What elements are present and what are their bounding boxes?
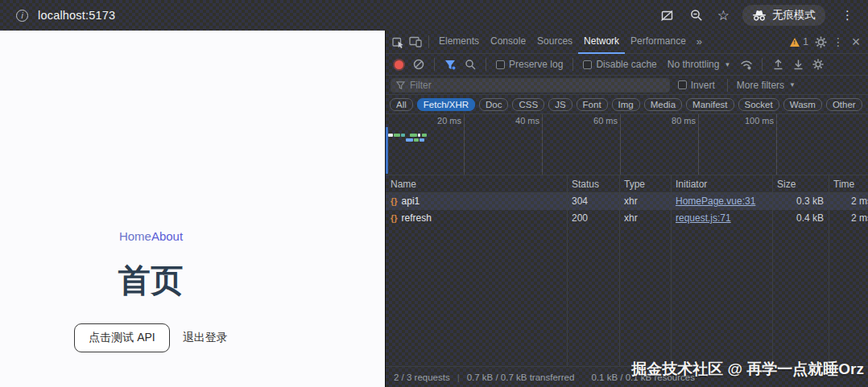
nav-link-home[interactable]: Home bbox=[119, 229, 151, 243]
waterfall-bar bbox=[406, 138, 413, 142]
table-row[interactable]: {} api1 304 xhr HomePage.vue:31 0.3 kB 2… bbox=[386, 193, 868, 210]
col-type[interactable]: Type bbox=[619, 175, 671, 192]
requests-count[interactable]: 2 / 3 requests bbox=[394, 373, 450, 382]
divider bbox=[434, 58, 435, 71]
settings-gear-icon[interactable] bbox=[812, 33, 829, 51]
chip-img[interactable]: Img bbox=[612, 98, 640, 111]
request-type-chips: All Fetch/XHR Doc CSS JS Font Img Media … bbox=[386, 95, 868, 114]
bookmark-star-icon[interactable]: ☆ bbox=[717, 9, 730, 23]
waterfall-bar bbox=[420, 138, 424, 142]
col-initiator[interactable]: Initiator bbox=[671, 175, 772, 192]
divider: | bbox=[457, 373, 460, 382]
app-nav: HomeAbout bbox=[0, 229, 302, 244]
devtools-panel: Elements Console Sources Network Perform… bbox=[385, 31, 868, 387]
chip-js[interactable]: JS bbox=[548, 98, 572, 111]
tab-elements[interactable]: Elements bbox=[433, 31, 485, 54]
record-network-log-icon[interactable] bbox=[395, 60, 403, 69]
col-status[interactable]: Status bbox=[567, 175, 619, 192]
timeline-tick: 100 ms bbox=[725, 116, 774, 126]
chip-css[interactable]: CSS bbox=[512, 98, 544, 111]
incognito-icon bbox=[752, 10, 767, 21]
test-api-button[interactable]: 点击测试 API bbox=[74, 323, 169, 352]
request-type: xhr bbox=[619, 210, 671, 227]
network-conditions-icon[interactable] bbox=[738, 56, 755, 73]
col-name[interactable]: Name bbox=[386, 175, 567, 192]
disable-cache-label: Disable cache bbox=[596, 59, 656, 70]
column-divider[interactable] bbox=[671, 175, 672, 366]
site-info-icon[interactable]: i bbox=[16, 10, 28, 22]
requests-table: Name Status Type Initiator Size Time {} … bbox=[386, 175, 868, 366]
disable-cache-checkbox[interactable]: Disable cache bbox=[580, 59, 659, 70]
devtools-tabbar: Elements Console Sources Network Perform… bbox=[386, 31, 868, 54]
chip-fetch-xhr[interactable]: Fetch/XHR bbox=[417, 98, 475, 111]
column-divider[interactable] bbox=[567, 175, 568, 366]
more-tabs-icon[interactable]: » bbox=[692, 31, 707, 54]
checkbox-icon bbox=[678, 80, 687, 89]
divider bbox=[727, 79, 728, 92]
preserve-log-checkbox[interactable]: Preserve log bbox=[493, 59, 566, 70]
checkbox-icon bbox=[583, 60, 592, 69]
timeline-tick: 40 ms bbox=[491, 116, 539, 126]
column-divider[interactable] bbox=[772, 175, 773, 366]
initiator-link[interactable]: HomePage.vue:31 bbox=[676, 196, 755, 207]
initiator-link[interactable]: request.js:71 bbox=[676, 212, 731, 224]
search-icon[interactable] bbox=[461, 56, 479, 73]
devtools-menu-icon[interactable]: ⋮ bbox=[829, 33, 847, 51]
issues-badge[interactable]: 1 bbox=[787, 36, 812, 47]
url-text[interactable]: localhost:5173 bbox=[38, 9, 115, 22]
export-har-icon[interactable] bbox=[789, 56, 807, 73]
divider bbox=[486, 58, 486, 71]
send-to-devices-icon[interactable] bbox=[659, 7, 676, 23]
invert-checkbox[interactable]: Invert bbox=[675, 80, 718, 91]
waterfall-bar bbox=[410, 134, 417, 137]
network-overview[interactable]: 20 ms 40 ms 60 ms 80 ms 100 ms bbox=[386, 114, 868, 175]
close-devtools-icon[interactable]: × bbox=[847, 33, 865, 51]
import-har-icon[interactable] bbox=[769, 56, 787, 73]
tab-performance[interactable]: Performance bbox=[625, 31, 692, 54]
chip-wasm[interactable]: Wasm bbox=[783, 98, 822, 111]
nav-link-about[interactable]: About bbox=[151, 229, 183, 243]
zoom-icon[interactable] bbox=[688, 7, 705, 23]
divider bbox=[428, 35, 429, 48]
more-filters-dropdown[interactable]: More filters ▼ bbox=[737, 80, 796, 91]
column-divider[interactable] bbox=[619, 175, 620, 366]
funnel-icon bbox=[396, 81, 405, 89]
chip-font[interactable]: Font bbox=[577, 98, 608, 111]
request-time: 2 ms bbox=[829, 193, 868, 210]
waterfall-bar bbox=[388, 134, 393, 137]
request-type: xhr bbox=[619, 193, 671, 210]
chip-doc[interactable]: Doc bbox=[479, 98, 508, 111]
clear-network-log-icon[interactable] bbox=[410, 56, 428, 73]
filter-funnel-icon[interactable] bbox=[441, 56, 459, 73]
issues-count: 1 bbox=[803, 36, 808, 47]
throttling-select[interactable]: No throttling ▼ bbox=[663, 59, 736, 70]
app-page: HomeAbout 首页 点击测试 API 退出登录 bbox=[0, 31, 385, 387]
warning-icon bbox=[790, 38, 800, 47]
inspect-element-icon[interactable] bbox=[389, 33, 407, 51]
column-divider[interactable] bbox=[829, 175, 829, 366]
logout-button[interactable]: 退出登录 bbox=[183, 331, 228, 345]
tab-console[interactable]: Console bbox=[485, 31, 531, 54]
browser-menu-icon[interactable]: ⋮ bbox=[838, 8, 857, 23]
tab-network[interactable]: Network bbox=[578, 31, 625, 54]
col-time[interactable]: Time bbox=[829, 175, 868, 192]
chip-media[interactable]: Media bbox=[644, 98, 682, 111]
chip-manifest[interactable]: Manifest bbox=[686, 98, 734, 111]
filter-input[interactable]: Filter bbox=[391, 78, 670, 93]
table-row[interactable]: {} refresh 200 xhr request.js:71 0.4 kB … bbox=[386, 210, 868, 227]
waterfall-bar bbox=[401, 134, 405, 137]
device-toolbar-icon[interactable] bbox=[407, 33, 424, 51]
col-size[interactable]: Size bbox=[772, 175, 829, 192]
preserve-log-label: Preserve log bbox=[509, 59, 563, 70]
chip-all[interactable]: All bbox=[390, 98, 413, 111]
tab-sources[interactable]: Sources bbox=[531, 31, 578, 54]
browser-address-bar: i localhost:5173 ☆ 无痕模式 ⋮ bbox=[0, 0, 868, 31]
chip-other[interactable]: Other bbox=[826, 98, 862, 111]
chip-socket[interactable]: Socket bbox=[738, 98, 779, 111]
incognito-label: 无痕模式 bbox=[772, 8, 816, 23]
request-name: api1 bbox=[402, 193, 420, 210]
request-status: 304 bbox=[567, 193, 619, 210]
divider bbox=[572, 58, 573, 71]
network-settings-gear-icon[interactable] bbox=[809, 56, 827, 73]
transferred-size: 0.7 kB / 0.7 kB transferred bbox=[467, 373, 575, 382]
